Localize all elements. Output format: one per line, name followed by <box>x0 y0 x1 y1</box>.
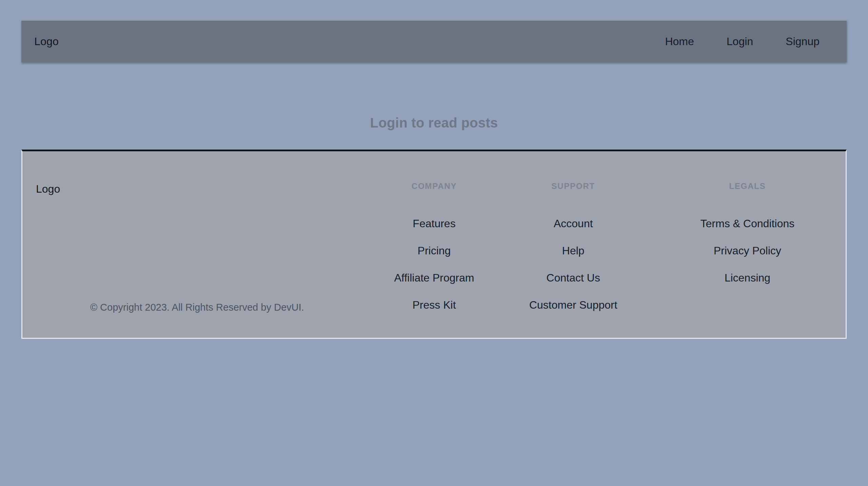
site-footer: Logo © Copyright 2023. All Rights Reserv… <box>21 150 847 339</box>
list-item: Features <box>358 210 510 237</box>
list-item: Pricing <box>358 237 510 264</box>
footer-links-support: Account Help Contact Us Customer Support <box>510 210 636 318</box>
footer-copyright: © Copyright 2023. All Rights Reserved by… <box>36 302 358 313</box>
nav-link-login[interactable]: Login <box>727 35 753 48</box>
navbar-logo[interactable]: Logo <box>34 35 59 48</box>
list-item: Customer Support <box>510 291 636 318</box>
footer-link-help[interactable]: Help <box>562 244 584 257</box>
navbar-links: Home Login Signup <box>665 35 819 48</box>
footer-link-terms-conditions[interactable]: Terms & Conditions <box>700 217 794 230</box>
footer-link-licensing[interactable]: Licensing <box>725 271 770 285</box>
footer-column-title-support: SUPPORT <box>510 181 636 191</box>
footer-link-contact-us[interactable]: Contact Us <box>546 271 600 285</box>
footer-column-legals: LEGALS Terms & Conditions Privacy Policy… <box>636 181 846 338</box>
footer-column-company: COMPANY Features Pricing Affiliate Progr… <box>358 181 510 338</box>
list-item: Account <box>510 210 636 237</box>
footer-link-features[interactable]: Features <box>413 217 456 230</box>
list-item: Affiliate Program <box>358 264 510 291</box>
footer-link-privacy-policy[interactable]: Privacy Policy <box>714 244 781 257</box>
footer-link-affiliate-program[interactable]: Affiliate Program <box>394 271 474 285</box>
footer-column-title-company: COMPANY <box>358 181 510 191</box>
nav-link-signup[interactable]: Signup <box>786 35 819 48</box>
list-item: Terms & Conditions <box>649 210 846 237</box>
footer-logo[interactable]: Logo <box>36 182 358 196</box>
list-item: Privacy Policy <box>649 237 846 264</box>
footer-link-press-kit[interactable]: Press Kit <box>412 298 456 312</box>
list-item: Press Kit <box>358 291 510 318</box>
top-navbar: Logo Home Login Signup <box>21 21 847 62</box>
list-item: Help <box>510 237 636 264</box>
footer-column-support: SUPPORT Account Help Contact Us Customer… <box>510 181 636 338</box>
footer-link-customer-support[interactable]: Customer Support <box>529 298 617 312</box>
footer-column-title-legals: LEGALS <box>649 181 846 191</box>
login-prompt-heading: Login to read posts <box>0 115 868 131</box>
list-item: Contact Us <box>510 264 636 291</box>
footer-links-legals: Terms & Conditions Privacy Policy Licens… <box>649 210 846 291</box>
footer-link-account[interactable]: Account <box>554 217 593 230</box>
footer-links-company: Features Pricing Affiliate Program Press… <box>358 210 510 318</box>
footer-link-pricing[interactable]: Pricing <box>418 244 451 257</box>
footer-brand-column: Logo © Copyright 2023. All Rights Reserv… <box>36 181 358 338</box>
nav-link-home[interactable]: Home <box>665 35 694 48</box>
list-item: Licensing <box>649 264 846 291</box>
